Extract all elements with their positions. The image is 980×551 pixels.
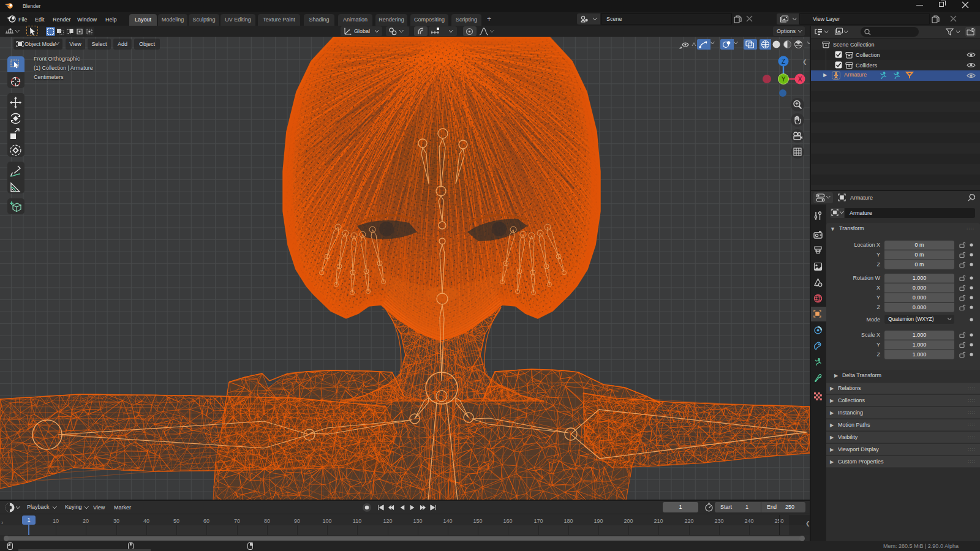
svg-text:Z: Z — [782, 58, 785, 65]
svg-text:Y: Y — [782, 76, 786, 83]
svg-text:X: X — [798, 76, 802, 83]
